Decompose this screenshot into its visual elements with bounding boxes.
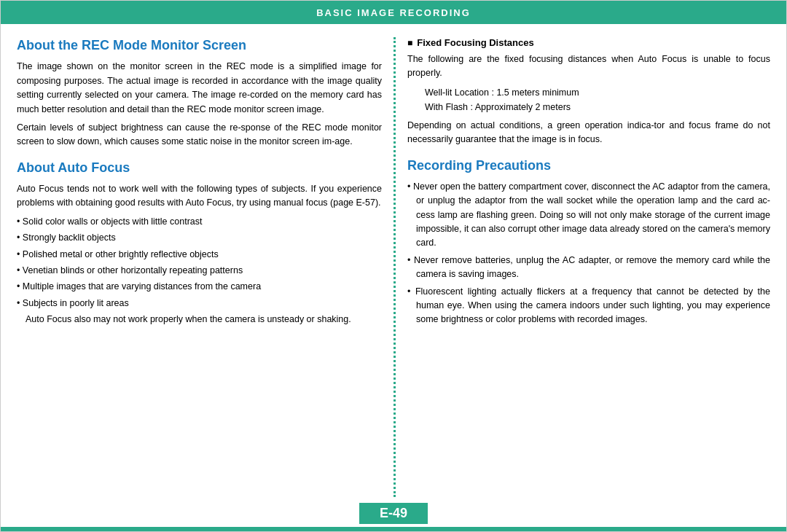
- fixed-focusing-note: Depending on actual conditions, a green …: [407, 119, 770, 147]
- list-item: Fluorescent lighting actually flickers a…: [407, 285, 770, 327]
- page-number: E-49: [359, 503, 428, 524]
- list-item: Subjects in poorly lit areas: [17, 297, 382, 310]
- fixed-focusing-title: Fixed Focusing Distances: [407, 37, 770, 48]
- section-fixed-focusing: Fixed Focusing Distances The following a…: [407, 37, 770, 147]
- fixed-focusing-intro: The following are the fixed focusing dis…: [407, 52, 770, 81]
- list-item: Multiple images that are varying distanc…: [17, 280, 382, 294]
- section-auto-focus-title: About Auto Focus: [17, 160, 382, 176]
- section-recording-precautions: Recording Precautions Never open the bat…: [407, 157, 770, 327]
- recording-precautions-title: Recording Precautions: [407, 157, 770, 174]
- page-container: BASIC IMAGE RECORDING About the REC Mode…: [0, 0, 787, 532]
- list-item: Never remove batteries, unplug the AC ad…: [407, 254, 770, 282]
- footer-area: E-49: [1, 497, 786, 531]
- distance-line-2: With Flash : Approximately 2 meters: [425, 100, 770, 114]
- distance-block: Well-lit Location : 1.5 meters minimum W…: [407, 85, 770, 114]
- list-item: Venetian blinds or other horizontally re…: [17, 264, 382, 278]
- section-auto-focus: About Auto Focus Auto Focus tends not to…: [17, 160, 382, 327]
- rec-mode-para-1: The image shown on the monitor screen in…: [17, 60, 382, 117]
- distance-line-1: Well-lit Location : 1.5 meters minimum: [425, 85, 770, 100]
- section-rec-mode: About the REC Mode Monitor Screen The im…: [17, 37, 382, 149]
- list-item: Never open the battery compartment cover…: [407, 180, 770, 251]
- auto-focus-body: Auto Focus tends not to work well with t…: [17, 182, 382, 211]
- list-item: Polished metal or other brightly reflect…: [17, 248, 382, 262]
- page-content: About the REC Mode Monitor Screen The im…: [1, 24, 786, 497]
- auto-focus-footer: Auto Focus also may not work properly wh…: [17, 313, 382, 326]
- list-item: Strongly backlit objects: [17, 231, 382, 245]
- auto-focus-bullets: Solid color walls or objects with little…: [17, 215, 382, 310]
- left-column: About the REC Mode Monitor Screen The im…: [17, 37, 394, 497]
- bottom-bar: [1, 527, 786, 531]
- rec-mode-para-2: Certain levels of subject brightness can…: [17, 121, 382, 149]
- section-rec-mode-title: About the REC Mode Monitor Screen: [17, 37, 382, 54]
- recording-precautions-bullets: Never open the battery compartment cover…: [407, 180, 770, 327]
- page-header: BASIC IMAGE RECORDING: [1, 1, 786, 24]
- header-title: BASIC IMAGE RECORDING: [316, 7, 471, 18]
- right-column: Fixed Focusing Distances The following a…: [394, 37, 770, 497]
- list-item: Solid color walls or objects with little…: [17, 215, 382, 229]
